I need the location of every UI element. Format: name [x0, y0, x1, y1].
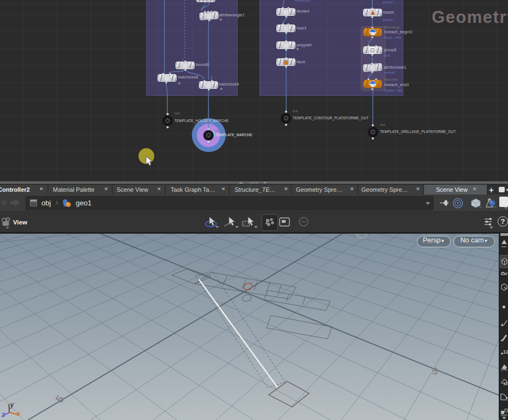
- svg-text:y: y: [10, 401, 14, 409]
- svg-text:12: 12: [503, 349, 508, 355]
- svg-text:12: 12: [503, 381, 508, 386]
- svg-text:5: 5: [53, 393, 66, 405]
- svg-text:5: 5: [431, 366, 438, 377]
- svg-text:z: z: [1, 411, 5, 418]
- svg-text:x: x: [16, 410, 21, 417]
